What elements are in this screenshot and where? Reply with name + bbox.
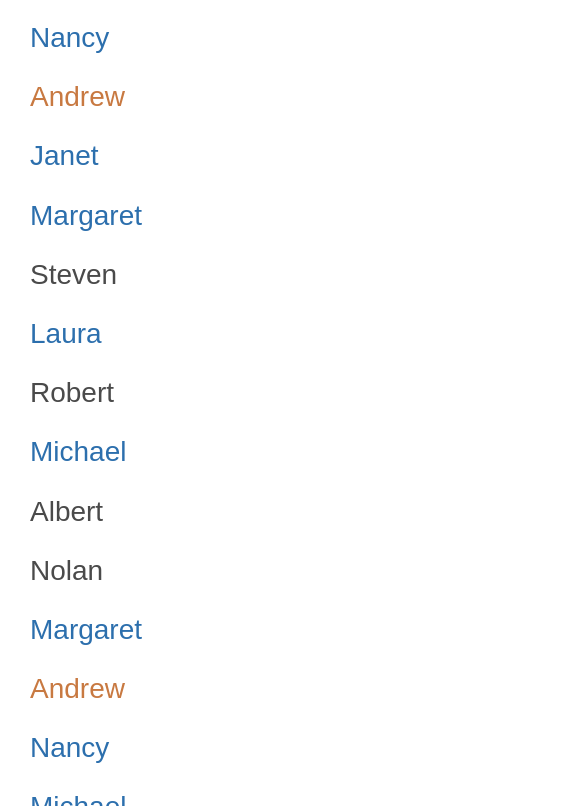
list-item[interactable]: Margaret xyxy=(0,600,586,659)
list-item[interactable]: Laura xyxy=(0,304,586,363)
list-item[interactable]: Andrew xyxy=(0,659,586,718)
list-item[interactable]: Michael xyxy=(0,422,586,481)
list-item[interactable]: Nolan xyxy=(0,541,586,600)
list-item[interactable]: Michael xyxy=(0,777,586,806)
list-item[interactable]: Janet xyxy=(0,126,586,185)
list-item[interactable]: Robert xyxy=(0,363,586,422)
list-item[interactable]: Nancy xyxy=(0,8,586,67)
list-item[interactable]: Albert xyxy=(0,482,586,541)
list-item[interactable]: Andrew xyxy=(0,67,586,126)
list-item[interactable]: Nancy xyxy=(0,718,586,777)
list-item[interactable]: Margaret xyxy=(0,186,586,245)
list-item[interactable]: Steven xyxy=(0,245,586,304)
name-list: NancyAndrewJanetMargaretStevenLauraRober… xyxy=(0,0,586,806)
